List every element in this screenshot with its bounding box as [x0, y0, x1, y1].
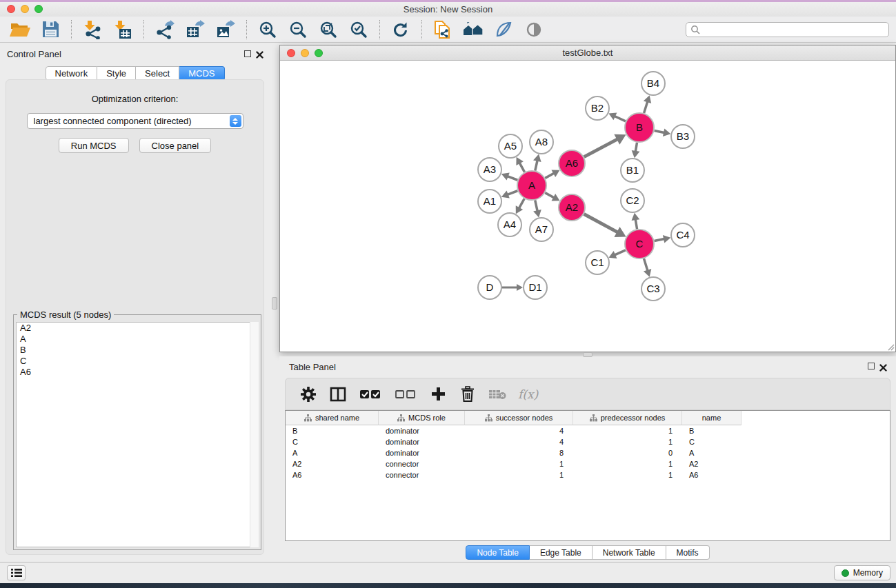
mcds-result-item[interactable]: A2 [17, 323, 258, 334]
edge-A-A5[interactable] [519, 163, 524, 172]
edge-B-B2[interactable] [615, 116, 626, 121]
edge-A-A6[interactable] [545, 173, 554, 178]
node-label-A6: A6 [566, 157, 578, 169]
column-header-MCDS-role[interactable]: MCDS role [379, 411, 465, 425]
column-header-predecessor-nodes[interactable]: predecessor nodes [573, 411, 682, 425]
select-stepper-icon [230, 115, 241, 127]
task-history-button[interactable] [7, 565, 26, 580]
column-header-successor-nodes[interactable]: successor nodes [465, 411, 573, 425]
edge-arrowhead [644, 269, 651, 277]
edge-B-B1[interactable] [635, 143, 637, 152]
table-row[interactable]: Adominator80A [286, 447, 890, 458]
table-close-button[interactable] [879, 362, 887, 374]
desktop-background [0, 583, 896, 588]
table-cell: 8 [465, 449, 573, 457]
edge-A-A1[interactable] [508, 191, 518, 195]
save-session-icon[interactable] [40, 19, 61, 40]
table-row[interactable]: A6connector11A6 [286, 469, 890, 480]
function-builder-icon[interactable]: f(x) [518, 387, 538, 401]
close-panel-button-mcds[interactable]: Close panel [139, 138, 212, 153]
add-column-icon[interactable] [429, 385, 447, 403]
show-all-icon[interactable] [524, 19, 544, 40]
edge-A-A3[interactable] [508, 176, 518, 181]
hide-unselected-icon[interactable] [493, 19, 514, 40]
edge-arrowhead [533, 154, 541, 163]
mcds-result-item[interactable]: A6 [17, 367, 258, 378]
home-icon[interactable] [463, 19, 484, 40]
mcds-result-item[interactable]: B [17, 345, 258, 356]
search-field[interactable] [686, 22, 889, 37]
edge-C-C2[interactable] [635, 219, 637, 229]
import-table-icon[interactable] [112, 19, 133, 40]
close-panel-button[interactable] [256, 49, 263, 61]
column-type-icon [304, 414, 312, 422]
table-cell: 1 [465, 471, 573, 479]
deselect-all-icon[interactable] [394, 385, 417, 403]
zoom-out-icon[interactable] [288, 19, 308, 40]
tab-mcds[interactable]: MCDS [179, 66, 224, 81]
splitter-grip[interactable] [272, 297, 277, 310]
zoom-in-icon[interactable] [257, 19, 278, 40]
float-panel-button[interactable] [244, 50, 251, 57]
table-cell: A6 [682, 471, 741, 479]
mcds-result-list[interactable]: A2ABCA6 [16, 322, 259, 547]
gear-icon[interactable] [299, 385, 317, 403]
network-canvas[interactable]: ABCA6A2A1A3A4A5A7A8B1B2B3B4C1C2C3C4DD1 [280, 61, 895, 352]
tab-network-table[interactable]: Network Table [593, 545, 666, 560]
table-float-button[interactable] [868, 363, 875, 369]
run-mcds-button[interactable]: Run MCDS [59, 138, 129, 153]
table-row[interactable]: Cdominator41C [286, 436, 890, 447]
delete-table-icon[interactable] [488, 385, 506, 403]
edge-A2-C[interactable] [584, 214, 618, 232]
export-network-icon[interactable] [155, 19, 175, 40]
tab-select[interactable]: Select [136, 66, 179, 81]
delete-column-icon[interactable] [459, 385, 477, 403]
export-image-icon[interactable] [215, 19, 236, 40]
zoom-selected-icon[interactable] [348, 19, 369, 40]
list-icon [11, 568, 22, 578]
node-label-A2: A2 [566, 201, 578, 213]
edge-A-A4[interactable] [519, 199, 524, 208]
optimization-criterion-label: Optimization criterion: [6, 94, 263, 104]
search-input[interactable] [703, 23, 888, 36]
export-table-icon[interactable] [185, 19, 206, 40]
import-network-icon[interactable] [82, 19, 103, 40]
edge-arrowhead [632, 213, 640, 221]
horizontal-splitter-grip[interactable] [583, 352, 593, 357]
mcds-result-item[interactable]: C [17, 356, 258, 367]
edge-A6-B[interactable] [584, 139, 618, 157]
edge-C-C1[interactable] [615, 250, 626, 255]
zoom-fit-icon[interactable] [318, 19, 339, 40]
column-header-name[interactable]: name [682, 411, 741, 425]
network-graph[interactable]: ABCA6A2A1A3A4A5A7A8B1B2B3B4C1C2C3C4DD1 [280, 61, 895, 352]
table-cell: 1 [573, 471, 682, 479]
memory-button[interactable]: Memory [834, 565, 890, 580]
optimization-select[interactable]: largest connected component (directed) [27, 113, 243, 129]
refresh-icon[interactable] [390, 19, 411, 40]
edge-B-B4[interactable] [644, 101, 648, 113]
split-columns-icon[interactable] [329, 385, 347, 403]
tab-style[interactable]: Style [97, 66, 136, 81]
node-label-A1: A1 [484, 195, 496, 207]
edge-C-C4[interactable] [655, 239, 665, 241]
table-row[interactable]: A2connector11A2 [286, 458, 890, 469]
tab-node-table[interactable]: Node Table [466, 545, 530, 560]
mcds-result-item[interactable]: A [17, 334, 258, 345]
panel-splitter[interactable] [270, 43, 279, 562]
tab-motifs[interactable]: Motifs [666, 545, 710, 560]
edge-A-A8[interactable] [535, 161, 537, 171]
edge-A-A7[interactable] [535, 200, 537, 211]
edge-C-C3[interactable] [644, 258, 647, 271]
result-list-scrollbar[interactable] [250, 322, 259, 547]
edge-A-A2[interactable] [545, 193, 554, 198]
resize-handle-icon[interactable] [887, 343, 895, 351]
network-from-file-icon[interactable] [432, 19, 453, 40]
select-all-icon[interactable] [359, 385, 382, 403]
node-label-C4: C4 [676, 229, 689, 241]
column-header-shared-name[interactable]: shared name [286, 411, 379, 425]
open-session-icon[interactable] [10, 19, 30, 40]
tab-network[interactable]: Network [45, 66, 97, 81]
table-row[interactable]: Bdominator41B [286, 425, 890, 436]
edge-B-B3[interactable] [655, 130, 665, 132]
tab-edge-table[interactable]: Edge Table [530, 545, 593, 560]
